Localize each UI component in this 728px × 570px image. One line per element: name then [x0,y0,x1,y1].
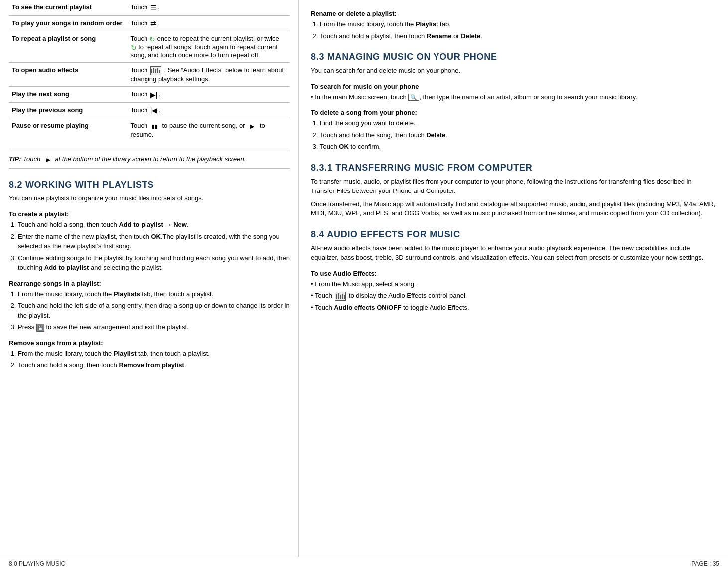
list-item: Touch OK to confirm. [320,142,716,152]
touch-label: Touch [131,3,148,11]
table-row: To repeat a playlist or song Touch ↻ onc… [9,31,290,63]
list-item: From the music library, touch the Playli… [18,289,290,299]
row-content: Touch ☰. [126,0,290,15]
row-label: Pause or resume playing [9,118,126,142]
list-item: Press 💾 to save the new arrangement and … [18,322,290,332]
main-content: To see the current playlist Touch ☰. To … [0,0,728,557]
row-content: Touch ↻ once to repeat the current playl… [126,31,290,63]
rearrange-steps: From the music library, touch the Playli… [18,289,290,332]
touch-label: Touch [131,67,148,74]
list-item: From the music library, touch the Playli… [320,19,716,29]
section-831-para2: Once transferred, the Music app will aut… [311,200,716,219]
list-item: Continue adding songs to the playlist by… [18,253,290,273]
svg-rect-4 [159,70,160,73]
table-row: Pause or resume playing Touch ▮▮ to paus… [9,118,290,142]
tip-suffix: at the bottom of the library screen to r… [55,156,246,163]
search-icon: 🔍 [408,94,419,101]
section-831-para1: To transfer music, audio, or playlist fi… [311,177,716,196]
list-item: Touch to display the Audio Effects contr… [311,291,716,301]
repeat-twice-icon: ↻ [131,43,137,51]
row-label: To repeat a playlist or song [9,31,126,63]
rename-heading: Rename or delete a playlist: [311,10,716,17]
play-icon: ▶ [248,122,257,131]
footer-left: 8.0 PLAYING MUSIC [9,560,65,567]
repeat-once-icon: ↻ [149,35,155,43]
table-row: To open audio effects Touch [9,63,290,87]
next-icon: ▶| [150,91,158,99]
delete-song-heading: To delete a song from your phone: [311,109,716,116]
music-controls-table: To see the current playlist Touch ☰. To … [9,0,290,142]
row-label: To see the current playlist [9,0,126,15]
pause-text: to pause the current song, or [162,122,247,130]
table-row: To see the current playlist Touch ☰. [9,0,290,15]
row-content: Touch . See “Audio Effects” [126,63,290,87]
section-831: 8.3.1 TRANSFERRING MUSIC FROM COMPUTER T… [311,161,716,218]
search-bullets: In the main Music screen, touch 🔍, then … [311,92,716,102]
touch-label: Touch [131,90,148,98]
left-column: To see the current playlist Touch ☰. To … [0,0,299,557]
section-83-intro: You can search for and delete music on y… [311,66,716,76]
svg-rect-5 [336,294,337,299]
touch-label: Touch [131,19,148,27]
section-82-heading: 8.2 WORKING WITH PLAYLISTS [9,178,290,190]
table-row: To play your songs in random order Touch… [9,15,290,31]
svg-rect-7 [340,295,341,299]
list-item: Touch and hold a song, then touch Remove… [18,360,290,370]
list-item: Enter the name of the new playlist, then… [18,232,290,251]
row-label: Play the next song [9,87,126,103]
use-audio-bullets: From the Music app, select a song. Touch [311,279,716,313]
right-column: Rename or delete a playlist: From the mu… [299,0,728,557]
section-82-intro: You can use playlists to organize your m… [9,194,290,203]
section-82: 8.2 WORKING WITH PLAYLISTS You can use p… [9,178,290,370]
page-container: To see the current playlist Touch ☰. To … [0,0,728,570]
tip-section: TIP: Touch ▶ at the bottom of the librar… [9,151,290,169]
touch-label: Touch [131,35,148,42]
svg-rect-0 [151,69,152,73]
list-item: From the music library, touch the Playli… [18,349,290,359]
list-item: Find the song you want to delete. [320,118,716,128]
section-84: 8.4 AUDIO EFFECTS FOR MUSIC All-new audi… [311,227,716,312]
search-heading: To search for music on your phone [311,83,716,90]
use-audio-heading: To use Audio Effects: [311,270,716,277]
list-item: In the main Music screen, touch 🔍, then … [311,92,716,102]
tip-play-icon: ▶ [43,155,52,164]
svg-rect-9 [344,295,345,299]
section-83: 8.3 MANAGING MUSIC ON YOUR PHONE You can… [311,50,716,152]
row-content: Touch ▮▮ to pause the current song, or ▶… [126,118,290,142]
rename-steps: From the music library, touch the Playli… [320,19,716,41]
list-icon: ☰ [150,4,157,12]
section-83-heading: 8.3 MANAGING MUSIC ON YOUR PHONE [311,50,716,62]
prev-icon: |◀ [150,106,158,114]
row-content: Touch |◀. [126,102,290,118]
footer-right: PAGE : 35 [691,560,719,567]
section-84-intro: All-new audio effects have been added to… [311,244,716,263]
save-icon: 💾 [36,324,44,332]
shuffle-icon: ⇄ [150,19,156,27]
equalizer-icon-2 [335,292,346,301]
list-item: Touch and hold a song, then touch Add to… [18,220,290,230]
rename-section: Rename or delete a playlist: From the mu… [311,0,716,41]
repeat-text-1: once to repeat the current playlist, or … [157,35,279,42]
list-item: Touch Audio effects ON/OFF to toggle Aud… [311,303,716,313]
list-item: Touch and hold the left side of a song e… [18,301,290,320]
page-footer: 8.0 PLAYING MUSIC PAGE : 35 [0,557,728,570]
create-heading: To create a playlist: [9,210,290,218]
remove-steps: From the music library, touch the Playli… [18,349,290,370]
equalizer-icon [150,66,161,75]
row-label: Play the previous song [9,102,126,118]
create-steps: Touch and hold a song, then touch Add to… [18,220,290,273]
rearrange-heading: Rearrange songs in a playlist: [9,280,290,287]
table-row: Play the previous song Touch |◀. [9,102,290,118]
row-label: To play your songs in random order [9,15,126,31]
row-content: Touch ▶|. [126,87,290,103]
touch-label: Touch [131,106,148,114]
list-item: From the Music app, select a song. [311,279,716,289]
touch-label: Touch [131,122,148,130]
remove-heading: Remove songs from a playlist: [9,339,290,347]
svg-rect-1 [153,68,154,73]
svg-rect-2 [155,69,156,73]
tip-prefix: TIP: Touch [9,156,42,163]
section-831-heading: 8.3.1 TRANSFERRING MUSIC FROM COMPUTER [311,161,716,173]
svg-rect-6 [338,293,339,299]
section-84-heading: 8.4 AUDIO EFFECTS FOR MUSIC [311,227,716,240]
